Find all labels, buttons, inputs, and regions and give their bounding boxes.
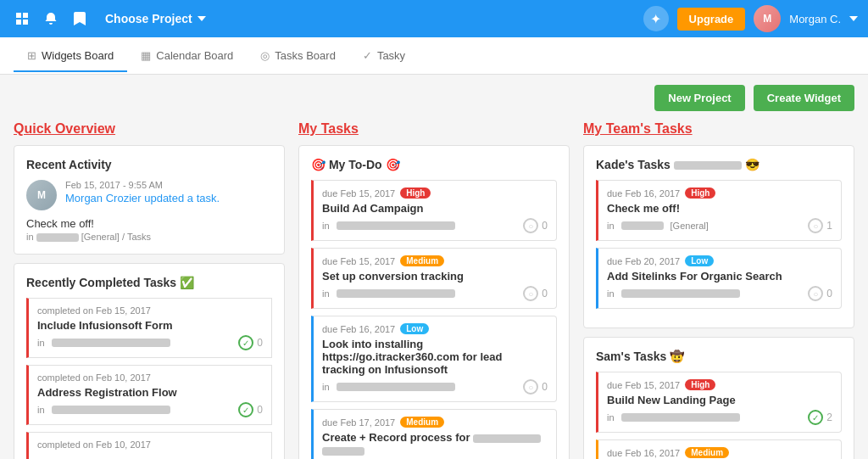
blurred-k1 xyxy=(621,221,664,230)
activity-user-link[interactable]: Morgan Crozier updated a task. xyxy=(65,192,220,204)
top-nav-right: ✦ Upgrade M Morgan C. xyxy=(643,5,858,32)
blurred-t2 xyxy=(337,289,455,298)
tab-widgets-label: Widgets Board xyxy=(42,49,114,62)
task-badge-1: High xyxy=(400,188,431,199)
tab-calendar-label: Calendar Board xyxy=(156,49,233,62)
sam-task-due-2: due Feb 16, 2017 xyxy=(607,448,680,458)
tab-widgets-board[interactable]: ⊞ Widgets Board xyxy=(14,41,127,72)
task-title-3: Look into installing https://go.itracker… xyxy=(322,338,548,376)
check-done-icon: ✓ xyxy=(238,335,253,350)
user-avatar[interactable]: M xyxy=(754,5,781,32)
activity-item: M Feb 15, 2017 - 9:55 AM Morgan Crozier … xyxy=(26,180,272,210)
completed-meta-2: completed on Feb 10, 2017 xyxy=(37,372,263,383)
sam-task-badge-2: Medium xyxy=(685,447,729,458)
my-task-4: due Feb 17, 2017 Medium Create + Record … xyxy=(311,409,557,459)
kade-task-badge-1: High xyxy=(685,188,715,199)
sam-task-1: due Feb 15, 2017 High Build New Landing … xyxy=(596,372,842,433)
completed-item-2: completed on Feb 10, 2017 Address Regist… xyxy=(26,365,272,425)
calendar-board-icon: ▦ xyxy=(141,49,151,62)
nav-icons xyxy=(10,7,92,31)
completed-title-2: Address Registration Flow xyxy=(37,386,263,399)
task-count-2: ○ 0 xyxy=(523,286,548,301)
completed-footer-1: in ✓ 0 xyxy=(37,335,263,350)
check-done-icon-2: ✓ xyxy=(238,402,253,417)
upgrade-button[interactable]: Upgrade xyxy=(677,8,746,31)
sam-task-due-1: due Feb 15, 2017 xyxy=(607,380,680,390)
grid-icon[interactable] xyxy=(10,7,34,31)
completed-item-3: completed on Feb 10, 2017 xyxy=(26,432,272,459)
sam-task-badge-1: High xyxy=(685,379,715,390)
completed-in-1: in xyxy=(37,338,238,348)
task-due-2: due Feb 15, 2017 xyxy=(322,256,395,266)
sam-task-count-1: ✓ 2 xyxy=(808,410,832,425)
add-star-button[interactable]: ✦ xyxy=(643,6,669,31)
my-todo-title: 🎯 My To-Do 🎯 xyxy=(311,158,557,171)
user-name: Morgan C. xyxy=(789,13,841,25)
task-title-4: Create + Record process for xyxy=(322,431,548,456)
my-task-1: due Feb 15, 2017 High Build Ad Campaign … xyxy=(311,180,557,241)
top-nav: Choose Project ✦ Upgrade M Morgan C. xyxy=(0,0,868,37)
action-row: New Project Create Widget xyxy=(14,85,854,111)
kade-task-count-1: ○ 1 xyxy=(808,218,832,233)
user-dropdown-icon[interactable] xyxy=(849,16,858,21)
task-due-1: due Feb 15, 2017 xyxy=(322,188,395,199)
my-tasks-column: My Tasks 🎯 My To-Do 🎯 due Feb 15, 2017 H… xyxy=(298,121,570,459)
bell-icon[interactable] xyxy=(39,7,63,31)
bookmark-icon[interactable] xyxy=(68,7,92,31)
completed-count-2: ✓ 0 xyxy=(238,402,263,417)
task-count-3: ○ 0 xyxy=(523,379,548,395)
task-badge-4: Medium xyxy=(400,417,444,428)
my-task-2: due Feb 15, 2017 Medium Set up conversio… xyxy=(311,248,557,309)
kade-task-due-2: due Feb 20, 2017 xyxy=(607,256,680,266)
tab-tasks-label: Tasks Board xyxy=(275,49,336,62)
my-tasks-card: 🎯 My To-Do 🎯 due Feb 15, 2017 High Build… xyxy=(298,145,570,459)
task-due-4: due Feb 17, 2017 xyxy=(322,417,395,428)
create-widget-button[interactable]: Create Widget xyxy=(754,85,854,111)
tabs-bar: ⊞ Widgets Board ▦ Calendar Board ◎ Tasks… xyxy=(0,37,868,75)
quick-overview-title: Quick Overview xyxy=(14,121,285,137)
kade-check-icon-1: ○ xyxy=(808,218,823,233)
kade-task-in-2: in xyxy=(607,288,808,299)
blurred-t3 xyxy=(337,383,455,391)
check-icon-2: ○ xyxy=(523,286,538,301)
my-tasks-title: My Tasks xyxy=(298,121,570,137)
blurred-2 xyxy=(52,406,170,414)
sam-tasks-title: Sam's Tasks 🤠 xyxy=(596,350,842,363)
svg-rect-0 xyxy=(16,13,21,18)
recent-activity-title: Recent Activity xyxy=(26,158,272,171)
completed-meta-1: completed on Feb 15, 2017 xyxy=(37,305,263,316)
task-footer-3: in ○ 0 xyxy=(322,379,548,395)
kade-task-footer-2: in ○ 0 xyxy=(607,286,832,301)
columns: Quick Overview Recent Activity M Feb 15,… xyxy=(14,121,854,459)
check-icon-1: ○ xyxy=(523,218,538,233)
svg-rect-3 xyxy=(23,20,28,25)
task-meta-1: due Feb 15, 2017 High xyxy=(322,188,548,199)
kade-task-meta-2: due Feb 20, 2017 Low xyxy=(607,255,832,266)
sam-task-2: due Feb 16, 2017 Medium Check me off! in… xyxy=(596,439,842,459)
sam-check-icon-1: ✓ xyxy=(808,410,823,425)
completed-footer-2: in ✓ 0 xyxy=(37,402,263,417)
activity-details: Feb 15, 2017 - 9:55 AM Morgan Crozier up… xyxy=(65,180,220,204)
kade-task-footer-1: in [General] ○ 1 xyxy=(607,218,832,233)
kade-task-1: due Feb 16, 2017 High Check me off! in [… xyxy=(596,180,842,241)
completed-title-1: Include Infusionsoft Form xyxy=(37,319,263,332)
tab-calendar-board[interactable]: ▦ Calendar Board xyxy=(127,41,247,72)
task-badge-3: Low xyxy=(400,323,429,334)
blurred-k2 xyxy=(621,289,740,298)
kade-tasks-title: Kade's Tasks 😎 xyxy=(596,158,842,171)
tab-tasky[interactable]: ✓ Tasky xyxy=(349,41,419,72)
sam-tasks-card: Sam's Tasks 🤠 due Feb 15, 2017 High Buil… xyxy=(583,337,854,459)
activity-avatar: M xyxy=(26,180,57,210)
tab-tasks-board[interactable]: ◎ Tasks Board xyxy=(247,41,349,72)
widgets-board-icon: ⊞ xyxy=(27,49,36,62)
task-in-1: in xyxy=(322,221,523,231)
sam-task-title-1: Build New Landing Page xyxy=(607,394,832,406)
tasks-board-icon: ◎ xyxy=(260,49,270,62)
team-tasks-title: My Team's Tasks xyxy=(583,121,854,137)
new-project-button[interactable]: New Project xyxy=(654,85,744,111)
task-meta-3: due Feb 16, 2017 Low xyxy=(322,323,548,334)
project-selector[interactable]: Choose Project xyxy=(98,8,213,29)
tasky-icon: ✓ xyxy=(363,49,372,62)
blurred-1 xyxy=(52,339,170,347)
task-meta-4: due Feb 17, 2017 Medium xyxy=(322,417,548,428)
